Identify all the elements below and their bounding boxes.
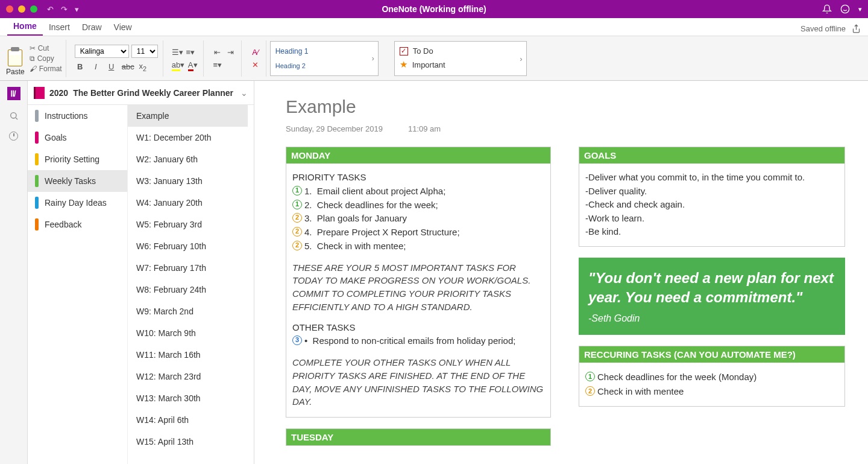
tab-draw[interactable]: Draw bbox=[76, 19, 108, 36]
task-row[interactable]: 3• Respond to non-critical emails from h… bbox=[292, 334, 544, 348]
smile-icon[interactable] bbox=[840, 4, 850, 14]
section-label: Instructions bbox=[45, 111, 88, 121]
checkbox-icon: ✓ bbox=[400, 47, 408, 56]
task-row[interactable]: 24. Prepare Project X Report Structure; bbox=[292, 226, 544, 239]
svg-point-1 bbox=[10, 113, 16, 118]
align-button[interactable]: ≡▾ bbox=[212, 60, 223, 69]
tab-home[interactable]: Home bbox=[7, 17, 43, 36]
task-row[interactable]: 11. Email client about project Alpha; bbox=[292, 185, 544, 198]
ribbon: Paste ✂Cut ⧉Copy 🖌Format Kalinga 11 B I … bbox=[0, 36, 868, 81]
section-item[interactable]: Weekly Tasks bbox=[28, 170, 127, 192]
style-heading1[interactable]: Heading 1 bbox=[275, 47, 373, 56]
paste-button[interactable]: Paste bbox=[6, 41, 25, 76]
section-item[interactable]: Priority Setting bbox=[28, 148, 127, 170]
priority-badge: 1 bbox=[292, 186, 302, 195]
subscript-button[interactable]: x2 bbox=[137, 62, 148, 72]
priority-badge: 2 bbox=[292, 227, 302, 237]
strikethrough-button[interactable]: abc bbox=[122, 62, 133, 71]
priority-badge: 1 bbox=[292, 200, 302, 209]
font-select[interactable]: Kalinga bbox=[75, 45, 129, 58]
indent-button[interactable]: ⇥ bbox=[225, 48, 236, 57]
task-row[interactable]: 25. Check in with mentee; bbox=[292, 240, 544, 253]
undo-icon[interactable]: ↶ bbox=[47, 5, 54, 14]
page-item[interactable]: W7: February 17th bbox=[128, 257, 248, 279]
delete-button[interactable]: ✕ bbox=[250, 60, 261, 69]
cut-button[interactable]: ✂Cut bbox=[30, 44, 62, 52]
window-zoom[interactable] bbox=[30, 5, 37, 13]
tab-view[interactable]: View bbox=[108, 19, 138, 36]
recurring-heading: RECCURING TASKS (CAN YOU AUTOMATE ME?) bbox=[579, 346, 844, 363]
bell-icon[interactable] bbox=[822, 4, 832, 14]
section-item[interactable]: Instructions bbox=[28, 105, 127, 127]
page-item[interactable]: W10: March 9th bbox=[128, 322, 248, 344]
content-area: 2020 The Better Grind Weekly Career Plan… bbox=[0, 81, 868, 464]
notebook-header[interactable]: 2020 The Better Grind Weekly Career Plan… bbox=[28, 81, 254, 105]
titlebar: ↶ ↷ ▾ OneNote (Working offline) ▾ bbox=[0, 0, 868, 18]
italic-button[interactable]: I bbox=[90, 62, 101, 71]
recurring-item[interactable]: 2Check in with mentee bbox=[585, 385, 838, 399]
other-tasks-label: OTHER TASKS bbox=[292, 321, 544, 334]
recent-icon[interactable] bbox=[9, 132, 18, 143]
task-row[interactable]: 23. Plan goals for January bbox=[292, 212, 544, 225]
recurring-item[interactable]: 1Check deadlines for the week (Monday) bbox=[585, 370, 838, 384]
page-item[interactable]: W13: March 30th bbox=[128, 387, 248, 409]
tag-important[interactable]: ★Important bbox=[400, 59, 521, 70]
goal-item: -Be kind. bbox=[585, 225, 838, 239]
section-item[interactable]: Goals bbox=[28, 127, 127, 148]
page-title[interactable]: Example bbox=[286, 97, 868, 117]
page-item[interactable]: W14: April 6th bbox=[128, 409, 248, 431]
page-canvas[interactable]: Example Sunday, 29 December 2019 11:09 a… bbox=[254, 81, 868, 464]
page-item[interactable]: W15: April 13th bbox=[128, 431, 248, 453]
section-item[interactable]: Rainy Day Ideas bbox=[28, 192, 127, 214]
quote-card: "You don't need a new plan for next year… bbox=[579, 258, 845, 335]
page-item[interactable]: W11: March 16th bbox=[128, 344, 248, 366]
underline-button[interactable]: U bbox=[106, 62, 117, 71]
page-item[interactable]: W6: February 10th bbox=[128, 235, 248, 257]
copy-button[interactable]: ⧉Copy bbox=[30, 54, 62, 63]
section-item[interactable]: Feedback bbox=[28, 214, 127, 235]
bold-button[interactable]: B bbox=[75, 62, 86, 71]
goal-item: -Deliver quality. bbox=[585, 185, 838, 199]
task-row[interactable]: 12. Check deadlines for the week; bbox=[292, 199, 544, 212]
window-minimize[interactable] bbox=[18, 5, 25, 13]
window-close[interactable] bbox=[6, 5, 13, 13]
tab-insert[interactable]: Insert bbox=[43, 19, 76, 36]
notebook-icon bbox=[34, 87, 45, 99]
pages-list: ExampleW1: December 20thW2: January 6thW… bbox=[127, 105, 248, 464]
section-color-tab bbox=[35, 197, 39, 209]
tuesday-heading: TUESDAY bbox=[286, 429, 550, 445]
goals-heading: GOALS bbox=[579, 147, 844, 164]
page-item[interactable]: Example bbox=[128, 105, 248, 127]
page-item[interactable]: W4: January 20th bbox=[128, 192, 248, 214]
bullet-list-button[interactable]: ☰▾ bbox=[172, 48, 183, 57]
share-icon[interactable] bbox=[852, 24, 861, 33]
brush-icon: 🖌 bbox=[30, 65, 37, 73]
outdent-button[interactable]: ⇤ bbox=[212, 48, 223, 57]
styles-gallery[interactable]: Heading 1 Heading 2 › bbox=[270, 41, 379, 76]
tags-gallery[interactable]: ✓To Do ★Important › bbox=[394, 41, 527, 76]
page-item[interactable]: W2: January 6th bbox=[128, 148, 248, 170]
section-label: Goals bbox=[45, 133, 67, 142]
redo-icon[interactable]: ↷ bbox=[61, 5, 68, 14]
highlight-button[interactable]: ab▾ bbox=[172, 60, 183, 69]
notebooks-icon[interactable] bbox=[7, 87, 20, 100]
page-date: Sunday, 29 December 2019 bbox=[286, 124, 383, 133]
saved-status: Saved offline bbox=[800, 24, 846, 33]
titlebar-chevron-icon[interactable]: ▾ bbox=[858, 5, 862, 13]
copy-icon: ⧉ bbox=[30, 54, 35, 63]
page-item[interactable]: W9: March 2nd bbox=[128, 300, 248, 322]
numbered-list-button[interactable]: ≡▾ bbox=[185, 48, 196, 57]
page-item[interactable]: W12: March 23rd bbox=[128, 366, 248, 387]
page-item[interactable]: W5: February 3rd bbox=[128, 214, 248, 235]
font-size-select[interactable]: 11 bbox=[131, 45, 158, 58]
page-item[interactable]: W8: February 24th bbox=[128, 279, 248, 300]
format-painter-button[interactable]: 🖌Format bbox=[30, 65, 62, 73]
page-item[interactable]: W1: December 20th bbox=[128, 127, 248, 148]
qat-more-icon[interactable]: ▾ bbox=[75, 5, 79, 14]
clear-formatting-button[interactable]: A⁄ bbox=[250, 48, 261, 57]
page-item[interactable]: W3: January 13th bbox=[128, 170, 248, 192]
style-heading2[interactable]: Heading 2 bbox=[275, 62, 373, 69]
search-icon[interactable] bbox=[9, 111, 19, 121]
tag-todo[interactable]: ✓To Do bbox=[400, 46, 521, 56]
font-color-button[interactable]: A▾ bbox=[187, 60, 198, 69]
